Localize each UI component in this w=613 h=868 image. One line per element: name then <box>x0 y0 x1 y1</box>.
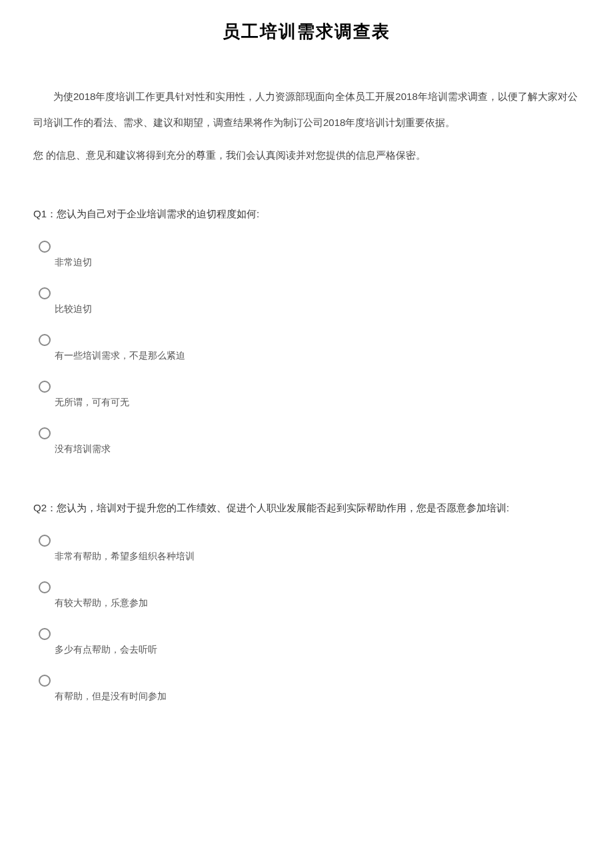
radio-icon[interactable] <box>39 381 51 393</box>
intro-note: 您 的信息、意见和建议将得到充分的尊重，我们会认真阅读并对您提供的信息严格保密。 <box>33 142 580 168</box>
q2-option-4[interactable]: 有帮助，但是没有时间参加 <box>33 675 580 703</box>
page-title: 员工培训需求调查表 <box>33 20 580 43</box>
intro-paragraph: 为使2018年度培训工作更具针对性和实用性，人力资源部现面向全体员工开展2018… <box>33 83 580 135</box>
q1-option-1[interactable]: 非常迫切 <box>33 241 580 269</box>
q1-option-2[interactable]: 比较迫切 <box>33 287 580 315</box>
q2-option-3[interactable]: 多少有点帮助，会去听听 <box>33 628 580 656</box>
q1-option-2-label: 比较迫切 <box>55 303 580 315</box>
question-2-prompt: Q2：您认为，培训对于提升您的工作绩效、促进个人职业发展能否起到实际帮助作用，您… <box>33 502 580 515</box>
radio-icon[interactable] <box>39 241 51 253</box>
question-1-prompt: Q1：您认为自己对于企业培训需求的迫切程度如何: <box>33 208 580 221</box>
radio-icon[interactable] <box>39 427 51 439</box>
radio-icon[interactable] <box>39 675 51 687</box>
q2-option-1[interactable]: 非常有帮助，希望多组织各种培训 <box>33 535 580 563</box>
q1-option-4[interactable]: 无所谓，可有可无 <box>33 381 580 409</box>
radio-icon[interactable] <box>39 334 51 346</box>
q2-option-1-label: 非常有帮助，希望多组织各种培训 <box>55 551 580 563</box>
radio-icon[interactable] <box>39 287 51 299</box>
q1-option-5-label: 没有培训需求 <box>55 443 580 455</box>
radio-icon[interactable] <box>39 535 51 547</box>
q2-option-3-label: 多少有点帮助，会去听听 <box>55 644 580 656</box>
q1-option-5[interactable]: 没有培训需求 <box>33 427 580 455</box>
radio-icon[interactable] <box>39 628 51 640</box>
question-1-block: Q1：您认为自己对于企业培训需求的迫切程度如何: 非常迫切 比较迫切 有一些培训… <box>33 208 580 455</box>
q1-option-3-label: 有一些培训需求，不是那么紧迫 <box>55 350 580 362</box>
radio-icon[interactable] <box>39 581 51 593</box>
q1-option-4-label: 无所谓，可有可无 <box>55 397 580 409</box>
q1-option-1-label: 非常迫切 <box>55 257 580 269</box>
q2-option-2-label: 有较大帮助，乐意参加 <box>55 597 580 609</box>
q1-option-3[interactable]: 有一些培训需求，不是那么紧迫 <box>33 334 580 362</box>
question-2-block: Q2：您认为，培训对于提升您的工作绩效、促进个人职业发展能否起到实际帮助作用，您… <box>33 502 580 703</box>
q2-option-2[interactable]: 有较大帮助，乐意参加 <box>33 581 580 609</box>
q2-option-4-label: 有帮助，但是没有时间参加 <box>55 691 580 703</box>
